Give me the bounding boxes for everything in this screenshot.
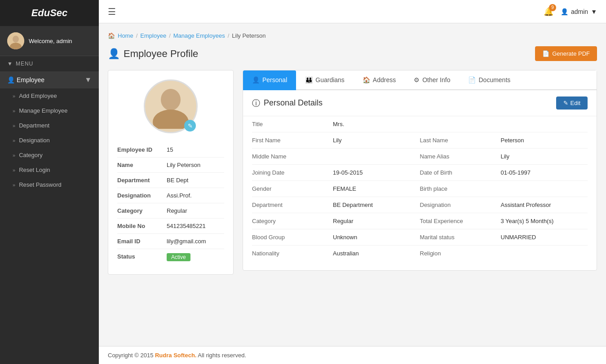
chevron-down-icon: ▼ [591, 8, 597, 15]
employee-id-label: Employee ID [117, 146, 167, 153]
cat-value: Regular [167, 207, 187, 214]
mobile-label: Mobile No [117, 223, 167, 229]
admin-name: admin [571, 8, 588, 15]
chevron-right-icon: » [13, 167, 15, 173]
admin-icon: 👤 [561, 8, 568, 15]
sidebar-item-reset-password[interactable]: » Reset Password [0, 177, 99, 192]
svg-point-3 [161, 89, 181, 110]
details-row: Nationality Australian Religion [252, 246, 588, 261]
chevron-down-icon: ▼ [84, 76, 92, 84]
sidebar-item-manage-employee[interactable]: » Manage Employee [0, 103, 99, 118]
content-area: 🏠 Home / Employee / Manage Employees / L… [99, 23, 606, 346]
details-row: Joining Date 19-05-2015 Date of Birth 01… [252, 165, 588, 181]
breadcrumb-home[interactable]: Home [118, 32, 133, 39]
email-label: Email ID [117, 238, 167, 245]
svg-point-4 [153, 110, 189, 129]
topbar-left: ☰ [108, 6, 116, 17]
profile-area: ✎ Employee ID 15 Name Lily Peterson Depa… [108, 70, 597, 275]
field-value: Unknown [333, 234, 420, 241]
field-label: Category [252, 218, 333, 224]
sidebar-section-employee[interactable]: 👤 Employee ▼ [0, 71, 99, 88]
generate-pdf-button[interactable]: 📄 Generate PDF [535, 46, 597, 61]
field-label: Joining Date [252, 169, 333, 176]
sidebar-menu-label: ▼ Menu [0, 56, 99, 71]
field-value: Regular [333, 218, 420, 224]
sidebar-item-add-employee[interactable]: » Add Employee [0, 88, 99, 103]
footer: Copyright © 2015 Rudra Softech. All righ… [99, 346, 606, 364]
topbar-right: 🔔 9 👤 admin ▼ [544, 7, 597, 17]
details-row: Department BE Department Designation Ass… [252, 197, 588, 213]
tab-guardians[interactable]: 👪 Guardians [296, 70, 354, 90]
tab-other-info[interactable]: ⚙ Other Info [405, 70, 459, 90]
chevron-right-icon: » [13, 123, 15, 128]
field-value: Australian [333, 250, 420, 257]
home-icon: 🏠 [363, 76, 370, 83]
breadcrumb-sep-3: / [228, 32, 230, 39]
profile-info-row-name: Name Lily Peterson [117, 158, 224, 173]
info-icon: ⚙ [414, 76, 420, 83]
notification-button[interactable]: 🔔 9 [544, 7, 553, 17]
sidebar-item-category[interactable]: » Category [0, 148, 99, 162]
details-row: Category Regular Total Experience 3 Year… [252, 213, 588, 229]
avatar [7, 32, 24, 49]
profile-edit-photo-button[interactable]: ✎ [184, 120, 196, 132]
field-label: Marital status [420, 234, 501, 241]
chevron-right-icon: » [13, 108, 15, 114]
details-row: Title Mrs. [252, 116, 588, 132]
field-label: Blood Group [252, 234, 333, 241]
field-label: First Name [252, 137, 333, 144]
desig-value: Assi.Prof. [167, 192, 192, 199]
hamburger-icon[interactable]: ☰ [108, 6, 116, 17]
field-label: Title [252, 121, 333, 127]
field-label: Department [252, 202, 333, 208]
profile-info-row-id: Employee ID 15 [117, 142, 224, 158]
name-value: Lily Peterson [167, 162, 200, 168]
field-value: FEMALE [333, 185, 420, 192]
field-value: BE Department [333, 202, 420, 208]
breadcrumb-sep-1: / [136, 32, 138, 39]
sidebar-item-reset-login[interactable]: » Reset Login [0, 162, 99, 177]
profile-info-row-email: Email ID lily@gmail.com [117, 234, 224, 249]
user-circle-icon: 👤 [108, 48, 120, 60]
tab-documents[interactable]: 📄 Documents [459, 70, 519, 90]
home-icon: 🏠 [108, 32, 115, 39]
admin-dropdown[interactable]: 👤 admin ▼ [561, 8, 597, 15]
person-icon: 👤 [252, 76, 260, 83]
field-value: Mrs. [333, 121, 420, 127]
profile-details-panel: 👤 Personal 👪 Guardians 🏠 Address ⚙ Other… [243, 70, 597, 271]
edit-button[interactable]: ✎ Edit [556, 96, 588, 110]
info-circle-icon: ⓘ [252, 98, 260, 109]
tab-personal[interactable]: 👤 Personal [243, 70, 296, 90]
breadcrumb-manage-employees[interactable]: Manage Employees [173, 32, 225, 39]
document-icon: 📄 [468, 76, 476, 83]
user-icon: 👤 [7, 76, 15, 83]
sidebar-item-designation[interactable]: » Designation [0, 133, 99, 148]
details-title: ⓘ Personal Details [252, 98, 323, 109]
status-label: Status [117, 253, 167, 261]
chevron-right-icon: » [13, 153, 15, 158]
field-label: Nationality [252, 250, 333, 257]
chevron-right-icon: » [13, 93, 15, 99]
footer-company-link[interactable]: Rudra Softech. [155, 352, 196, 359]
breadcrumb-sep-2: / [169, 32, 171, 39]
page-title: 👤 Employee Profile [108, 48, 198, 60]
profile-info-row-status: Status Active [117, 249, 224, 265]
profile-card: ✎ Employee ID 15 Name Lily Peterson Depa… [108, 70, 234, 275]
employee-id-value: 15 [167, 146, 173, 153]
details-header: ⓘ Personal Details ✎ Edit [243, 90, 597, 116]
breadcrumb-employee[interactable]: Employee [140, 32, 166, 39]
field-label: Total Experience [420, 218, 501, 224]
dept-value: BE Dept [167, 177, 188, 184]
details-row: First Name Lily Last Name Peterson [252, 132, 588, 149]
details-row: Gender FEMALE Birth place [252, 181, 588, 197]
profile-info-row-dept: Department BE Dept [117, 173, 224, 188]
name-label: Name [117, 162, 167, 168]
breadcrumb-current: Lily Peterson [232, 32, 265, 39]
tab-address[interactable]: 🏠 Address [354, 70, 405, 90]
field-label: Last Name [420, 137, 501, 144]
status-badge: Active [167, 253, 190, 261]
sidebar-item-department[interactable]: » Department [0, 118, 99, 133]
field-label: Designation [420, 202, 501, 208]
page-title-bar: 👤 Employee Profile 📄 Generate PDF [108, 46, 597, 61]
details-row: Middle Name Name Alias Lily [252, 149, 588, 165]
